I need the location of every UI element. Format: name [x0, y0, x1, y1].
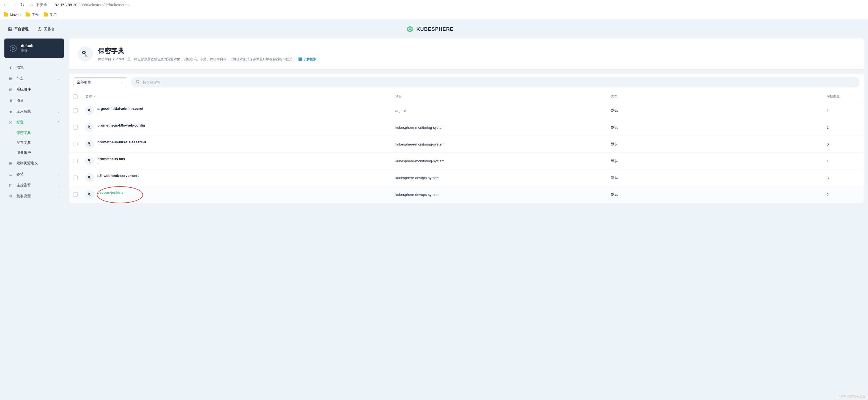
svg-point-21: [89, 177, 89, 178]
row-checkbox[interactable]: [73, 159, 78, 163]
secret-type: 默认: [611, 125, 827, 130]
bookmark-maven[interactable]: Maven: [4, 13, 21, 17]
secret-project: argocd: [395, 109, 611, 113]
watermark: CSDN @虎蛟不是鱼: [838, 394, 865, 398]
chevron-down-icon: ⌄: [57, 76, 60, 80]
secret-sub: -: [97, 161, 125, 165]
table-row[interactable]: prometheus-k8s-kubesphere-monitoring-sys…: [69, 152, 864, 169]
table-row[interactable]: devops-jenkins-kubesphere-devops-system默…: [69, 186, 864, 203]
logo-icon: [406, 26, 413, 33]
secret-sub: -: [97, 145, 146, 149]
nav-workloads[interactable]: ◆ 应用负载 ⌄: [4, 106, 64, 117]
insecure-label: 不安全: [36, 2, 47, 7]
address-bar[interactable]: ⚠ 不安全 | 192.168.88.20:30880/clusters/def…: [30, 2, 130, 7]
table-row[interactable]: s2i-webhook-server-cert-kubesphere-devop…: [69, 169, 864, 186]
cluster-sub: 集群: [21, 49, 34, 53]
cluster-name: default: [21, 43, 34, 48]
secret-project: kubesphere-monitoring-system: [395, 125, 611, 130]
row-checkbox[interactable]: [73, 176, 78, 180]
nav-config[interactable]: 配置 ⌃: [4, 117, 64, 128]
row-checkbox[interactable]: [73, 125, 78, 130]
folder-icon: [4, 13, 8, 17]
nav-crd[interactable]: ▣ 定制资源定义: [4, 158, 64, 168]
nav-nodes[interactable]: ▦ 节点 ⌄: [4, 73, 64, 84]
page-icon: [78, 46, 93, 62]
nav-serviceaccounts[interactable]: 服务帐户: [17, 148, 64, 158]
browser-nav: ← → ↻ ⚠ 不安全 | 192.168.88.20:30880/cluste…: [0, 0, 868, 10]
search-input[interactable]: [143, 80, 855, 85]
platform-manage-link[interactable]: 平台管理: [8, 27, 29, 32]
nav-secrets[interactable]: 保密字典: [17, 128, 64, 138]
settings-icon: ⚙: [8, 194, 13, 198]
secret-type: 默认: [611, 158, 827, 163]
table-row[interactable]: prometheus-k8s-web-config-kubesphere-mon…: [69, 119, 864, 135]
secret-sub: -: [97, 178, 139, 182]
nav-projects[interactable]: ▮ 项目: [4, 95, 64, 106]
secret-type: 默认: [611, 142, 827, 147]
project-filter-select[interactable]: 全部项目 ⌄: [73, 77, 127, 87]
chevron-down-icon: ⌄: [121, 80, 124, 85]
secret-count: 3: [827, 176, 860, 180]
secret-name[interactable]: prometheus-k8s-web-config: [97, 123, 145, 127]
warning-icon: ⚠: [30, 3, 34, 7]
svg-point-23: [89, 193, 89, 194]
forward-icon[interactable]: →: [11, 2, 17, 8]
key-icon: [85, 190, 94, 199]
row-checkbox[interactable]: [73, 109, 78, 113]
table-row[interactable]: prometheus-k8s-tls-assets-0-kubesphere-m…: [69, 135, 864, 152]
nav-configmaps[interactable]: 配置字典: [17, 138, 64, 148]
column-name[interactable]: 名称 ▾: [85, 94, 395, 99]
crd-icon: ▣: [8, 161, 13, 165]
select-all-checkbox[interactable]: [73, 94, 78, 99]
search-icon: [136, 80, 140, 85]
nav-cluster-settings[interactable]: ⚙ 集群设置 ⌄: [4, 191, 64, 202]
reload-icon[interactable]: ↻: [20, 2, 25, 8]
table-row[interactable]: argocd-initial-admin-secret-argocd默认1: [69, 102, 864, 119]
svg-point-15: [89, 126, 89, 127]
bookmark-work[interactable]: 工作: [26, 12, 39, 17]
book-icon: [299, 58, 302, 61]
nav-components[interactable]: ▥ 系统组件: [4, 84, 64, 95]
secret-sub: -: [97, 128, 145, 132]
nav-overview[interactable]: ◐ 概览: [4, 62, 64, 73]
secret-sub: -: [97, 195, 124, 199]
secret-project: kubesphere-devops-system: [395, 176, 611, 180]
url-path: :30880/clusters/default/secrets: [77, 3, 130, 7]
bookmark-study[interactable]: 学习: [44, 12, 57, 17]
workbench-link[interactable]: 工作台: [37, 27, 55, 32]
workload-icon: ◆: [8, 109, 13, 114]
row-checkbox[interactable]: [73, 142, 78, 146]
cluster-card[interactable]: default 集群: [4, 38, 64, 58]
key-icon: [85, 173, 94, 182]
secret-count: 2: [827, 192, 860, 197]
secret-name[interactable]: argocd-initial-admin-secret: [97, 106, 143, 111]
secret-name[interactable]: prometheus-k8s: [97, 157, 125, 161]
table-toolbar: 全部项目 ⌄: [69, 74, 864, 91]
projects-icon: ▮: [8, 98, 13, 103]
chevron-down-icon: ⌄: [57, 110, 60, 113]
secret-count: 1: [827, 109, 860, 113]
secret-name[interactable]: prometheus-k8s-tls-assets-0: [97, 140, 146, 144]
search-box[interactable]: [131, 77, 860, 88]
page-description: 保密字典（Secret）是一种包含少量敏感信息的资源对象，例如密码、令牌、保密字…: [98, 57, 855, 62]
svg-point-7: [10, 122, 11, 123]
sort-icon: ▾: [94, 95, 95, 98]
nav-storage[interactable]: ☰ 存储 ⌄: [4, 168, 64, 180]
table-header: 名称 ▾ 项目 类型 字段数量: [69, 91, 864, 102]
secret-count: 1: [827, 125, 860, 130]
secret-name[interactable]: devops-jenkins: [97, 190, 124, 194]
svg-point-17: [89, 143, 89, 144]
nav-monitoring[interactable]: ◫ 监控告警 ⌄: [4, 180, 64, 191]
chevron-down-icon: ⌄: [57, 172, 60, 176]
secret-project: kubesphere-monitoring-system: [395, 142, 611, 146]
row-checkbox[interactable]: [73, 192, 78, 197]
svg-point-9: [83, 52, 85, 53]
secret-project: kubesphere-monitoring-system: [395, 159, 611, 163]
secret-name[interactable]: s2i-webhook-server-cert: [97, 174, 139, 178]
components-icon: ▥: [8, 87, 13, 92]
sidebar: default 集群 ◐ 概览 ▦ 节点 ⌄: [4, 38, 64, 202]
back-icon[interactable]: ←: [3, 2, 8, 8]
learn-more-link[interactable]: 了解更多: [303, 57, 316, 61]
gauge-icon: ◐: [8, 65, 13, 70]
secrets-table-card: 全部项目 ⌄ 名称 ▾: [69, 74, 864, 203]
